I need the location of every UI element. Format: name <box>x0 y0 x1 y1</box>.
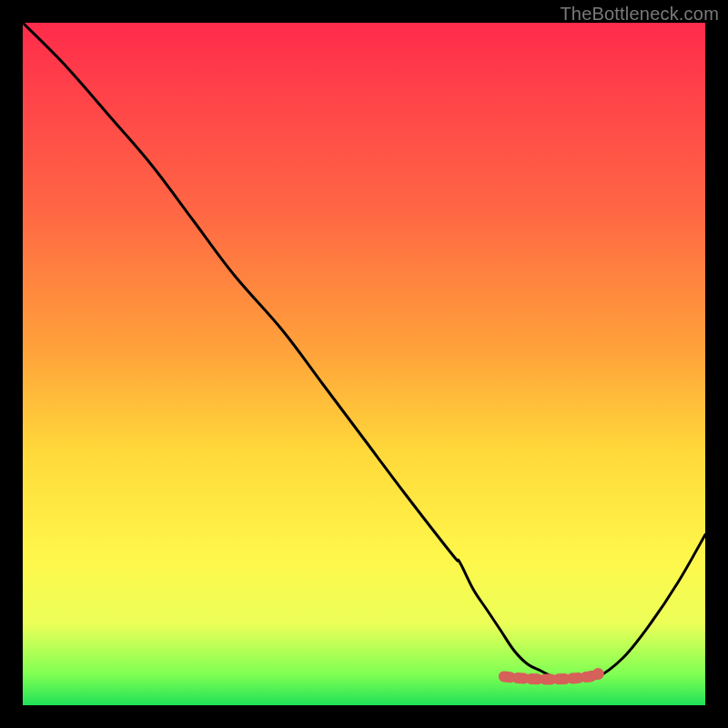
bottleneck-curve <box>23 23 705 680</box>
attribution-text: TheBottleneck.com <box>560 4 719 25</box>
flat-valley-highlight <box>504 674 599 680</box>
plot-area <box>23 23 705 705</box>
chart-frame: TheBottleneck.com <box>0 0 728 728</box>
curve-svg <box>23 23 705 705</box>
flat-valley-end-dot <box>592 668 604 680</box>
